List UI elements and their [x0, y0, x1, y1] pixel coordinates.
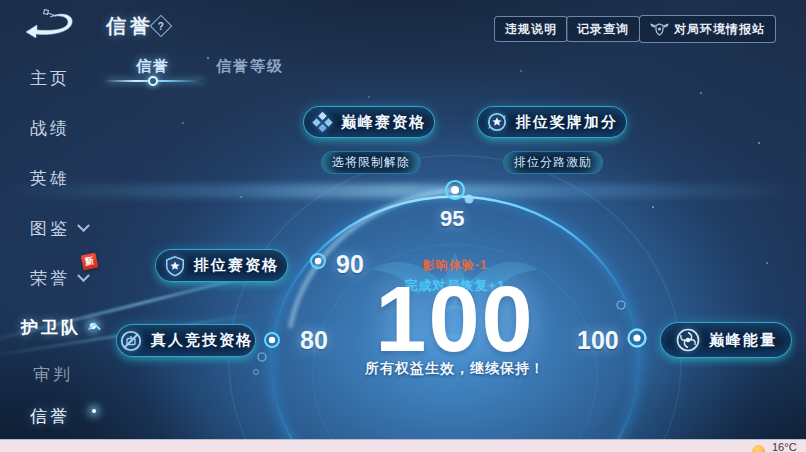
record-query-button[interactable]: 记录查询	[566, 16, 640, 42]
sidebar-item-label: 图鉴	[30, 217, 70, 240]
sidebar-item-label: 审判	[33, 363, 73, 386]
desktop-taskbar	[0, 439, 806, 452]
button-label: 巅峰赛资格	[341, 113, 426, 132]
back-swoosh-logo-icon[interactable]	[22, 8, 74, 38]
new-badge: 新	[81, 253, 99, 271]
chip-label: 选将限制解除	[332, 154, 410, 171]
button-label: 违规说明	[505, 21, 557, 38]
tab-credit[interactable]: 信誉	[136, 57, 170, 76]
chevron-up-icon	[88, 323, 101, 336]
shield-star-icon	[164, 255, 186, 277]
sidebar-item-honor[interactable]: 荣誉 新	[30, 267, 88, 290]
ranked-qualification-button[interactable]: 排位赛资格	[155, 249, 288, 282]
human-competitive-qualification-button[interactable]: 真人竞技资格	[116, 324, 256, 357]
energy-ring-icon	[675, 327, 701, 353]
sidebar-item-gallery[interactable]: 图鉴	[30, 217, 88, 240]
gauge-tick-95: 95	[440, 206, 464, 232]
no-bot-icon	[119, 329, 143, 353]
sidebar-item-label: 护卫队	[21, 316, 81, 339]
button-label: 记录查询	[577, 21, 629, 38]
sidebar-item-label: 信誉	[30, 405, 70, 428]
sidebar-item-label: 荣誉	[30, 267, 70, 290]
lane-incentive-chip[interactable]: 排位分路激励	[503, 151, 603, 174]
game-window: 信誉 ? 违规说明 记录查询 对局环境情报站 主页 战绩 英雄 图鉴 荣誉 新 …	[0, 0, 806, 452]
sidebar-item-guard-team[interactable]: 护卫队	[21, 316, 99, 339]
sidebar-item-judgment[interactable]: 审判	[33, 363, 73, 386]
temperature-label[interactable]: 16°C	[772, 441, 797, 452]
match-environment-station-button[interactable]: 对局环境情报站	[639, 15, 776, 43]
rank-medal-bonus-button[interactable]: 排位奖牌加分	[477, 106, 627, 138]
peak-energy-button[interactable]: 巅峰能量	[660, 322, 792, 358]
sidebar-glow-dot	[92, 409, 96, 413]
sidebar-item-heroes[interactable]: 英雄	[30, 167, 70, 190]
sidebar-item-records[interactable]: 战绩	[30, 117, 70, 140]
button-label: 排位赛资格	[194, 256, 279, 275]
sidebar-item-label: 英雄	[30, 167, 70, 190]
chevron-down-icon	[77, 269, 90, 282]
button-label: 对局环境情报站	[674, 21, 765, 38]
sidebar-item-home[interactable]: 主页	[30, 67, 70, 90]
credit-score-value: 100	[305, 283, 605, 355]
button-label: 巅峰能量	[709, 331, 777, 350]
chevron-down-icon	[77, 219, 90, 232]
sun-icon[interactable]	[752, 445, 765, 452]
sidebar-item-credit[interactable]: 信誉	[30, 405, 70, 428]
active-tab-dot	[148, 76, 158, 86]
winged-shield-icon	[650, 21, 669, 38]
violation-rules-button[interactable]: 违规说明	[494, 16, 568, 42]
gem-clover-icon	[312, 112, 333, 133]
button-label: 真人竞技资格	[151, 331, 253, 350]
button-label: 排位奖牌加分	[516, 113, 618, 132]
status-note: 所有权益生效，继续保持！	[305, 360, 605, 378]
page-title: 信誉	[106, 13, 154, 40]
chip-label: 排位分路激励	[514, 154, 592, 171]
peak-match-qualification-button[interactable]: 巅峰赛资格	[303, 106, 435, 138]
credit-gauge-arc	[0, 0, 806, 452]
sidebar-item-label: 主页	[30, 67, 70, 90]
star-cycle-icon	[486, 111, 508, 133]
sidebar-item-label: 战绩	[30, 117, 70, 140]
pick-restriction-lifted-chip[interactable]: 选将限制解除	[321, 151, 421, 174]
tab-credit-level[interactable]: 信誉等级	[216, 57, 284, 76]
